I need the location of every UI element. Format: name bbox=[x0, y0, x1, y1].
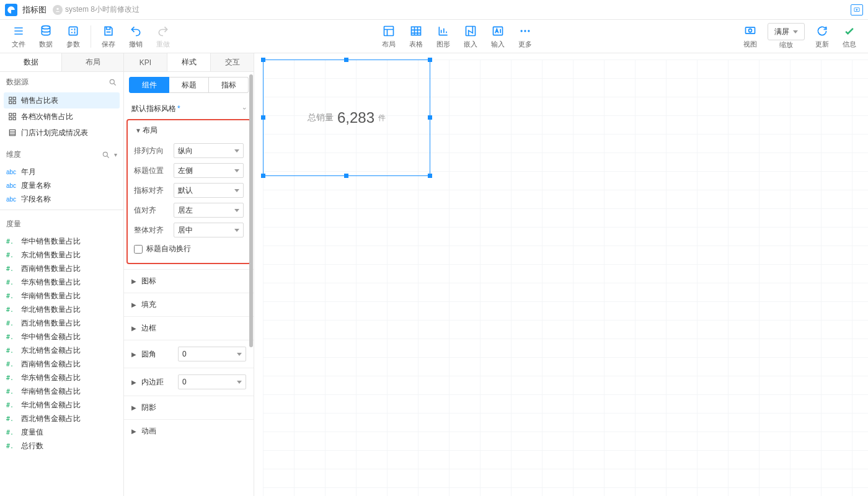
layout-group-header[interactable]: ▼布局 bbox=[128, 120, 250, 141]
save-button[interactable]: 保存 bbox=[95, 22, 122, 51]
resize-handle[interactable] bbox=[261, 58, 265, 62]
dimension-field[interactable]: abc度量名称 bbox=[0, 179, 123, 192]
measure-field[interactable]: #.华南销售数量占比 bbox=[0, 289, 123, 303]
titlebar: 指标图 system 8小时前修改过 bbox=[0, 0, 868, 20]
canvas[interactable]: 总销量 6,283 件 bbox=[254, 53, 868, 496]
measure-field[interactable]: #.总行数 bbox=[0, 439, 123, 453]
check-icon bbox=[843, 24, 856, 38]
scrollbar[interactable] bbox=[249, 72, 254, 496]
svg-point-8 bbox=[520, 30, 522, 32]
chevron-down-icon[interactable]: ▾ bbox=[114, 151, 117, 158]
view-button[interactable]: 视图 bbox=[737, 22, 764, 51]
measure-field[interactable]: #.华南销售金额占比 bbox=[0, 384, 123, 398]
svg-rect-19 bbox=[13, 113, 16, 116]
zoom-select[interactable]: 满屏 bbox=[768, 23, 805, 40]
measure-field[interactable]: #.东北销售数量占比 bbox=[0, 248, 123, 262]
wrap-title-label: 标题自动换行 bbox=[146, 244, 191, 254]
params-button[interactable]: 参数 bbox=[60, 22, 87, 51]
svg-point-0 bbox=[56, 7, 58, 9]
group-border[interactable]: ▶边框 bbox=[124, 316, 254, 340]
measure-field[interactable]: #.西北销售数量占比 bbox=[0, 316, 123, 330]
resize-handle[interactable] bbox=[261, 115, 265, 120]
data-button[interactable]: 数据 bbox=[32, 22, 60, 51]
resize-handle[interactable] bbox=[344, 58, 348, 62]
input-button[interactable]: 输入 bbox=[484, 22, 512, 51]
tab-style[interactable]: 样式 bbox=[167, 53, 211, 71]
resize-handle[interactable] bbox=[428, 174, 432, 178]
measure-field[interactable]: #.西南销售数量占比 bbox=[0, 262, 123, 275]
chevron-down-icon: › bbox=[241, 107, 249, 110]
number-type-icon: #. bbox=[6, 347, 17, 354]
undo-button[interactable]: 撤销 bbox=[122, 22, 149, 51]
radius-input[interactable]: 0 bbox=[178, 347, 246, 361]
svg-rect-17 bbox=[13, 101, 16, 104]
tab-layout[interactable]: 布局 bbox=[62, 53, 123, 71]
measure-field[interactable]: #.华中销售数量占比 bbox=[0, 234, 123, 248]
layout-button[interactable]: 布局 bbox=[375, 22, 402, 51]
svg-rect-18 bbox=[9, 113, 12, 116]
measure-field[interactable]: #.华中销售金额占比 bbox=[0, 330, 123, 343]
measure-field[interactable]: #.度量值 bbox=[0, 425, 123, 439]
view-icon bbox=[744, 24, 756, 38]
search-icon[interactable] bbox=[108, 78, 117, 87]
svg-point-12 bbox=[749, 29, 752, 32]
resize-handle[interactable] bbox=[428, 58, 432, 62]
more-button[interactable]: 更多 bbox=[512, 22, 539, 51]
input-icon bbox=[492, 24, 504, 38]
resize-handle[interactable] bbox=[261, 174, 265, 178]
dimension-field[interactable]: abc字段名称 bbox=[0, 192, 123, 206]
datasource-item[interactable]: 销售占比表 bbox=[4, 92, 120, 108]
tab-data[interactable]: 数据 bbox=[0, 53, 62, 71]
padding-input[interactable]: 0 bbox=[178, 374, 246, 389]
data-panel: 数据 布局 数据源 销售占比表各档次销售占比门店计划完成情况表 维度 ▾ abc… bbox=[0, 53, 124, 496]
user-avatar-icon bbox=[53, 5, 63, 15]
number-type-icon: #. bbox=[6, 320, 17, 327]
metric-align-select[interactable]: 默认 bbox=[174, 183, 244, 198]
group-icon[interactable]: ▶图标 bbox=[124, 269, 254, 293]
group-shadow[interactable]: ▶阴影 bbox=[124, 396, 254, 419]
default-style-row[interactable]: 默认指标风格* › bbox=[124, 98, 254, 119]
group-anim[interactable]: ▶动画 bbox=[124, 419, 254, 443]
menu-icon bbox=[12, 24, 25, 38]
tab-kpi[interactable]: KPI bbox=[124, 53, 167, 71]
measure-field[interactable]: #.华北销售金额占比 bbox=[0, 398, 123, 412]
datasource-item[interactable]: 各档次销售占比 bbox=[4, 108, 120, 125]
group-padding[interactable]: ▶内边距0 bbox=[124, 368, 254, 396]
table-icon bbox=[7, 128, 17, 137]
svg-rect-16 bbox=[9, 101, 12, 104]
group-radius[interactable]: ▶圆角0 bbox=[124, 340, 254, 368]
measure-field[interactable]: #.西南销售金额占比 bbox=[0, 357, 123, 371]
measure-field[interactable]: #.西北销售金额占比 bbox=[0, 412, 123, 425]
chart-button[interactable]: 图形 bbox=[430, 22, 457, 51]
search-icon[interactable] bbox=[102, 151, 110, 159]
resize-handle[interactable] bbox=[428, 115, 432, 120]
embed-button[interactable]: 嵌入 bbox=[457, 22, 484, 51]
file-button[interactable]: 文件 bbox=[5, 22, 32, 51]
dimension-field[interactable]: abc年月 bbox=[0, 165, 123, 179]
svg-rect-5 bbox=[411, 27, 420, 35]
title-pos-select[interactable]: 左侧 bbox=[174, 163, 244, 178]
subtab-title[interactable]: 标题 bbox=[169, 77, 209, 93]
subtab-metric[interactable]: 指标 bbox=[209, 77, 249, 93]
measure-field[interactable]: #.华东销售数量占比 bbox=[0, 275, 123, 289]
whole-align-select[interactable]: 居中 bbox=[174, 223, 244, 237]
subtab-component[interactable]: 组件 bbox=[129, 77, 169, 93]
resize-handle[interactable] bbox=[344, 174, 348, 178]
measure-field[interactable]: #.东北销售金额占比 bbox=[0, 343, 123, 357]
measure-field[interactable]: #.华东销售金额占比 bbox=[0, 371, 123, 384]
measure-field[interactable]: #.华北销售数量占比 bbox=[0, 303, 123, 316]
table-button[interactable]: 表格 bbox=[402, 22, 430, 51]
wrap-title-checkbox[interactable] bbox=[134, 245, 143, 254]
value-align-select[interactable]: 居左 bbox=[174, 203, 244, 218]
metric-widget[interactable]: 总销量 6,283 件 bbox=[263, 60, 430, 176]
refresh-button[interactable]: 更新 bbox=[808, 22, 836, 51]
tab-interaction[interactable]: 交互 bbox=[211, 53, 254, 71]
group-fill[interactable]: ▶填充 bbox=[124, 293, 254, 316]
direction-select[interactable]: 纵向 bbox=[174, 143, 244, 158]
datasource-item[interactable]: 门店计划完成情况表 bbox=[4, 125, 120, 141]
page-title: 指标图 bbox=[22, 4, 46, 16]
preview-button[interactable] bbox=[851, 4, 863, 16]
info-button[interactable]: 信息 bbox=[836, 22, 863, 51]
main-toolbar: 文件 数据 参数 保存 撤销 重做 布局 表格 图形 嵌入 输入 更多 视图 满… bbox=[0, 20, 868, 53]
svg-rect-21 bbox=[13, 117, 16, 120]
